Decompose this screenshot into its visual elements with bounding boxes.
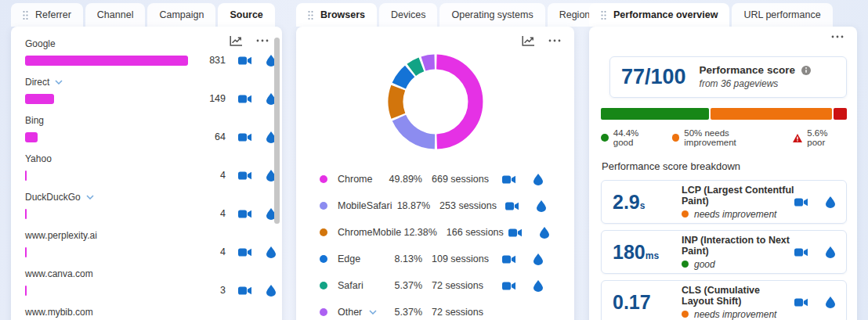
heatmap-drop-icon[interactable]	[533, 174, 543, 185]
legend-color-dot	[672, 134, 680, 142]
legend-sessions: 109 sessions	[432, 253, 502, 264]
recordings-camera-icon[interactable]	[502, 174, 515, 185]
status-dot	[682, 261, 689, 268]
recordings-camera-icon[interactable]	[794, 197, 808, 207]
chevron-down-icon[interactable]	[369, 310, 377, 315]
recordings-camera-icon[interactable]	[238, 209, 251, 219]
drag-handle-icon[interactable]	[23, 10, 28, 20]
donut-segment-chrome	[436, 62, 476, 142]
drag-handle-icon[interactable]	[308, 10, 313, 20]
legend-color-dot	[320, 282, 327, 289]
tab-campaign[interactable]: Campaign	[147, 3, 215, 27]
performance-score-value: 77/100	[621, 65, 686, 89]
heatmap-drop-icon[interactable]	[826, 246, 835, 258]
heatmap-drop-icon[interactable]	[826, 297, 835, 308]
source-value: 64	[191, 131, 226, 142]
browsers-legend: Chrome49.89%669 sessionsMobileSafari18.8…	[296, 166, 574, 320]
tab-devices[interactable]: Devices	[379, 3, 437, 27]
heatmap-drop-icon[interactable]	[266, 285, 276, 297]
source-panel-tab-bar: ReferrerChannelCampaignSource	[11, 3, 282, 27]
recordings-camera-icon[interactable]	[508, 228, 522, 238]
more-options-icon[interactable]	[256, 39, 269, 42]
donut-segment-chromemobile	[395, 88, 397, 116]
legend-row-chrome: Chrome49.89%669 sessions	[320, 166, 551, 192]
legend-label: Chrome	[338, 174, 372, 185]
info-icon[interactable]	[801, 66, 811, 75]
browsers-card: Chrome49.89%669 sessionsMobileSafari18.8…	[296, 27, 574, 320]
score-distribution-legend: 44.4% good50% needs improvement5.6% poor	[601, 128, 847, 147]
heatmap-drop-icon[interactable]	[533, 253, 543, 265]
recordings-camera-icon[interactable]	[238, 247, 251, 257]
tab-browsers[interactable]: Browsers	[296, 3, 377, 27]
metric-title: INP (Interaction to Next Paint)	[682, 235, 794, 257]
heatmap-drop-icon[interactable]	[266, 246, 276, 258]
tab-referrer[interactable]: Referrer	[11, 3, 83, 27]
distribution-legend-label: 5.6% poor	[807, 128, 847, 147]
more-options-icon[interactable]	[831, 35, 844, 38]
legend-sessions: 253 sessions	[439, 200, 505, 211]
recordings-camera-icon[interactable]	[794, 297, 808, 307]
tab-operating-systems[interactable]: Operating systems	[439, 3, 544, 27]
legend-label: Safari	[338, 280, 363, 291]
legend-sessions: 669 sessions	[432, 174, 502, 185]
source-bar	[25, 286, 27, 296]
more-options-icon[interactable]	[548, 39, 561, 42]
recordings-camera-icon[interactable]	[502, 281, 515, 291]
recordings-camera-icon[interactable]	[238, 286, 251, 296]
chevron-down-icon[interactable]	[86, 195, 94, 200]
tab-label: Browsers	[320, 9, 365, 20]
drag-handle-icon[interactable]	[601, 10, 606, 20]
legend-percent: 5.37%	[382, 280, 422, 291]
tab-performance-overview[interactable]: Performance overview	[589, 3, 729, 27]
tab-label: Devices	[391, 9, 425, 20]
metric-card-lcp: 2.9sLCP (Largest Contentful Paint)needs …	[601, 180, 847, 224]
source-row: Direct149	[25, 76, 282, 104]
tab-source[interactable]: Source	[218, 3, 274, 27]
source-row: Bing64	[25, 114, 282, 142]
heatmap-drop-icon[interactable]	[537, 200, 546, 212]
recordings-camera-icon[interactable]	[505, 201, 519, 211]
source-bar	[25, 132, 38, 142]
browsers-donut-chart	[387, 53, 484, 153]
trend-chart-icon[interactable]	[522, 35, 535, 46]
recordings-camera-icon[interactable]	[238, 132, 251, 142]
distribution-legend-item: 44.4% good	[601, 128, 660, 147]
legend-label: Other	[338, 307, 362, 318]
heatmap-drop-icon[interactable]	[533, 280, 543, 292]
tab-label: Referrer	[35, 9, 71, 20]
legend-row-edge: Edge8.13%109 sessions	[320, 246, 551, 272]
metric-title: LCP (Largest Contentful Paint)	[682, 185, 794, 207]
vertical-scrollbar[interactable]	[274, 38, 280, 224]
tab-label: Performance overview	[613, 9, 718, 20]
status-dot	[682, 311, 689, 318]
heatmap-drop-icon[interactable]	[540, 227, 549, 239]
donut-segment-edge	[399, 71, 410, 86]
legend-percent: 8.13%	[382, 253, 422, 264]
distribution-legend-label: 44.4% good	[613, 128, 660, 147]
tab-label: Region	[559, 9, 591, 20]
performance-score-box: 77/100 Performance score from 36 pagevie…	[609, 56, 847, 98]
legend-sessions: 166 sessions	[447, 227, 508, 238]
source-label: www.mybib.com	[25, 307, 93, 318]
metric-value: 0.17	[613, 291, 682, 314]
source-value: 4	[191, 208, 226, 219]
chevron-down-icon[interactable]	[55, 80, 63, 84]
source-label: Direct	[25, 77, 49, 88]
legend-percent: 12.38%	[401, 227, 437, 238]
recordings-camera-icon[interactable]	[502, 254, 515, 264]
recordings-camera-icon[interactable]	[794, 247, 808, 257]
recordings-camera-icon[interactable]	[238, 56, 251, 66]
tab-channel[interactable]: Channel	[85, 3, 146, 27]
donut-segment-mobilesafari	[399, 118, 435, 142]
legend-label: Edge	[338, 253, 360, 264]
metric-card-inp: 180msINP (Interaction to Next Paint)good	[601, 230, 847, 274]
distribution-segment	[601, 108, 709, 120]
browsers-panel: BrowsersDevicesOperating systemsRegion C…	[296, 3, 574, 320]
trend-chart-icon[interactable]	[230, 35, 243, 46]
recordings-camera-icon[interactable]	[238, 171, 251, 181]
legend-color-dot	[320, 202, 327, 210]
tab-url-performance[interactable]: URL performance	[732, 3, 832, 27]
recordings-camera-icon[interactable]	[238, 94, 251, 104]
browsers-card-actions	[522, 35, 561, 46]
heatmap-drop-icon[interactable]	[826, 196, 835, 208]
